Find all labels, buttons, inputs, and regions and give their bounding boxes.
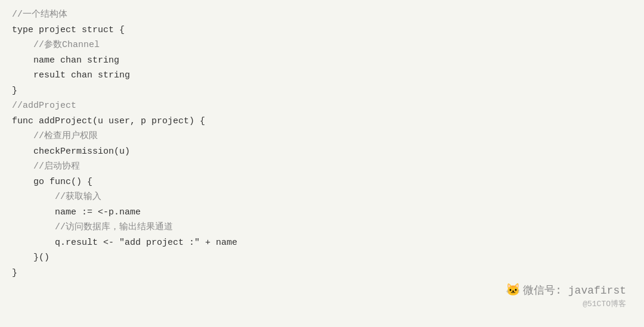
watermark-icon: 🐱 — [506, 282, 521, 297]
code-line: name chan string — [12, 53, 632, 68]
code-line: type project struct { — [12, 23, 632, 38]
code-line: name := <-p.name — [12, 205, 632, 220]
code-line: //获取输入 — [12, 189, 632, 205]
code-line: checkPermission(u) — [12, 144, 632, 160]
code-line: //一个结构体 — [12, 7, 632, 23]
code-line: }() — [12, 250, 632, 266]
code-line: //检查用户权限 — [12, 129, 632, 144]
code-line: } — [12, 266, 632, 281]
code-line: //参数Channel — [12, 38, 632, 53]
code-line: //访问数据库，输出结果通道 — [12, 220, 632, 235]
code-line: //addProject — [12, 98, 632, 114]
code-block: //一个结构体type project struct { //参数Channel… — [0, 0, 644, 288]
watermark: 🐱 微信号: javafirst @51CTO博客 — [506, 282, 626, 309]
code-line: //启动协程 — [12, 159, 632, 175]
watermark-sub-text: @51CTO博客 — [583, 298, 626, 309]
code-line: q.result <- "add project :" + name — [12, 235, 632, 251]
code-line: go func() { — [12, 175, 632, 190]
watermark-main-text: 微信号: javafirst — [523, 283, 626, 297]
code-line: func addProject(u user, p project) { — [12, 114, 632, 129]
code-line: } — [12, 83, 632, 99]
code-line: result chan string — [12, 68, 632, 83]
watermark-main: 🐱 微信号: javafirst — [506, 282, 626, 297]
